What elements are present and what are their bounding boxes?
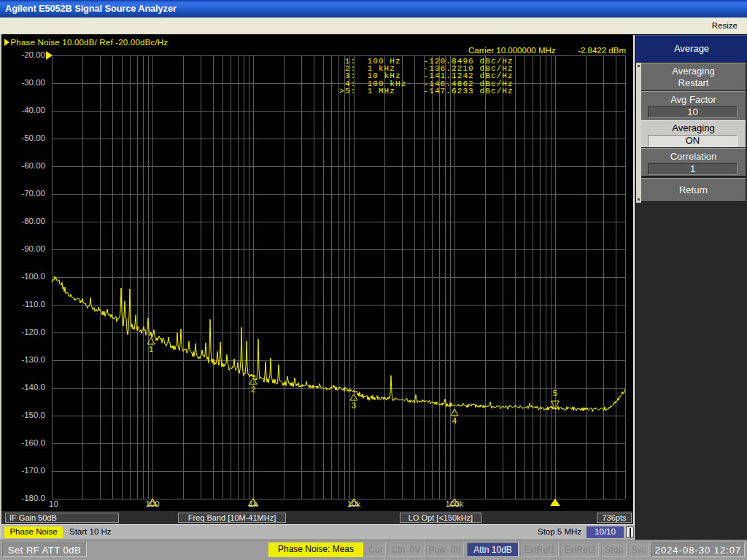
svg-text:4: 4 [452,416,457,425]
svg-text:5: 5 [553,389,557,397]
svg-text:3: 3 [352,401,356,410]
svg-text:2: 2 [251,385,255,394]
svg-text:1: 1 [149,345,153,354]
